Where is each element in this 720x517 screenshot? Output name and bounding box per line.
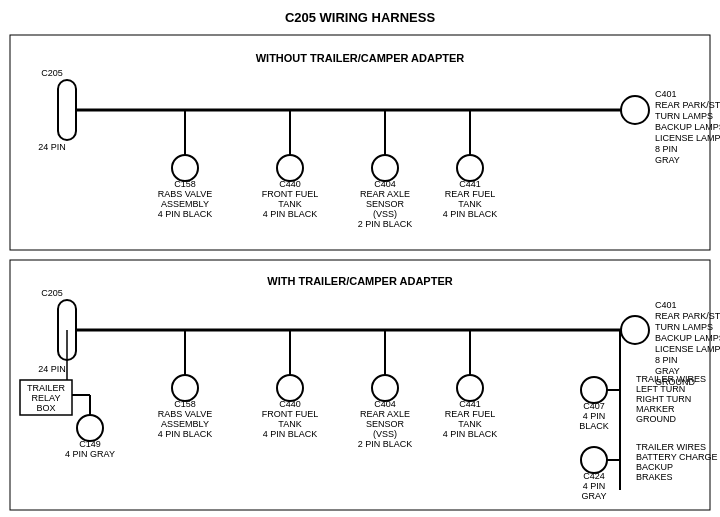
c205-label-2: C205 [41,288,63,298]
svg-point-3 [621,96,649,124]
c404-l4: 2 PIN BLACK [358,219,413,229]
c424-name: C424 [583,471,605,481]
c401-label-1: C401 [655,89,677,99]
c441-name-2: C441 [459,399,481,409]
relay-box-l3: BOX [36,403,55,413]
c205-pins-1: 24 PIN [38,142,66,152]
c441-s2-l3: 4 PIN BLACK [443,429,498,439]
c401-pins-1: 8 PIN [655,144,678,154]
c440-s2-l2: TANK [278,419,301,429]
c441-name-1: C441 [459,179,481,189]
c407-wire-l4: MARKER [636,404,675,414]
svg-point-23 [581,377,607,403]
c401-desc3-1: BACKUP LAMPS [655,122,720,132]
c424-wire-l2: BATTERY CHARGE [636,452,718,462]
section1-title: WITHOUT TRAILER/CAMPER ADAPTER [256,52,465,64]
c440-l1: FRONT FUEL [262,189,318,199]
c401-desc4-1: LICENSE LAMPS [655,133,720,143]
c158-s2-l2: ASSEMBLY [161,419,209,429]
c424-l1: 4 PIN [583,481,606,491]
c401-color-1: GRAY [655,155,680,165]
c440-l3: 4 PIN BLACK [263,209,318,219]
c424-wire-l3: BACKUP [636,462,673,472]
c407-l1: 4 PIN [583,411,606,421]
c404-l3: (VSS) [373,209,397,219]
svg-point-5 [172,155,198,181]
c158-name-2: C158 [174,399,196,409]
c404-s2-l2: SENSOR [366,419,405,429]
c404-name-1: C404 [374,179,396,189]
c441-l1: REAR FUEL [445,189,496,199]
svg-rect-0 [10,35,710,250]
c404-s2-l3: (VSS) [373,429,397,439]
c440-s2-l1: FRONT FUEL [262,409,318,419]
c407-wire-l3: RIGHT TURN [636,394,691,404]
c407-name: C407 [583,401,605,411]
c401-desc2-1: TURN LAMPS [655,111,713,121]
c401-desc1-1: REAR PARK/STOP [655,100,720,110]
svg-point-25 [581,447,607,473]
section2-title: WITH TRAILER/CAMPER ADAPTER [267,275,452,287]
svg-point-9 [372,155,398,181]
relay-box-l1: TRAILER [27,383,66,393]
c205-label-1: C205 [41,68,63,78]
relay-box-l2: RELAY [32,393,61,403]
svg-point-27 [172,375,198,401]
c407-wire-l1: TRAILER WIRES [636,374,706,384]
c424-wire-l4: BRAKES [636,472,673,482]
c404-l1: REAR AXLE [360,189,410,199]
svg-point-33 [457,375,483,401]
c404-name-2: C404 [374,399,396,409]
c407-l2: BLACK [579,421,609,431]
c424-wire-l1: TRAILER WIRES [636,442,706,452]
c401-s2-d5: 8 PIN [655,355,678,365]
c441-s2-l2: TANK [458,419,481,429]
svg-point-20 [621,316,649,344]
c440-l2: TANK [278,199,301,209]
c158-l1: RABS VALVE [158,189,213,199]
c424-l2: GRAY [582,491,607,501]
c440-s2-l3: 4 PIN BLACK [263,429,318,439]
c404-s2-l4: 2 PIN BLACK [358,439,413,449]
svg-point-11 [457,155,483,181]
c404-l2: SENSOR [366,199,405,209]
c158-s2-l1: RABS VALVE [158,409,213,419]
svg-rect-2 [58,80,76,140]
c158-l3: 4 PIN BLACK [158,209,213,219]
c401-label-2: C401 [655,300,677,310]
svg-point-29 [277,375,303,401]
c440-name-2: C440 [279,399,301,409]
c401-s2-d4: LICENSE LAMPS [655,344,720,354]
svg-point-7 [277,155,303,181]
c407-wire-l2: LEFT TURN [636,384,685,394]
c441-l3: 4 PIN BLACK [443,209,498,219]
c158-l2: ASSEMBLY [161,199,209,209]
c158-s2-l3: 4 PIN BLACK [158,429,213,439]
c149-name: C149 [79,439,101,449]
svg-point-31 [372,375,398,401]
c440-name-1: C440 [279,179,301,189]
wiring-diagram: C205 WIRING HARNESS WITHOUT TRAILER/CAMP… [0,0,720,517]
c149-l1: 4 PIN GRAY [65,449,115,459]
c401-s2-d1: REAR PARK/STOP [655,311,720,321]
svg-point-18 [77,415,103,441]
c407-wire-l5: GROUND [636,414,676,424]
c205-pins-2: 24 PIN [38,364,66,374]
diagram-title: C205 WIRING HARNESS [285,10,436,25]
c441-l2: TANK [458,199,481,209]
c441-s2-l1: REAR FUEL [445,409,496,419]
c401-s2-d2: TURN LAMPS [655,322,713,332]
c401-s2-d3: BACKUP LAMPS [655,333,720,343]
c404-s2-l1: REAR AXLE [360,409,410,419]
c158-name-1: C158 [174,179,196,189]
